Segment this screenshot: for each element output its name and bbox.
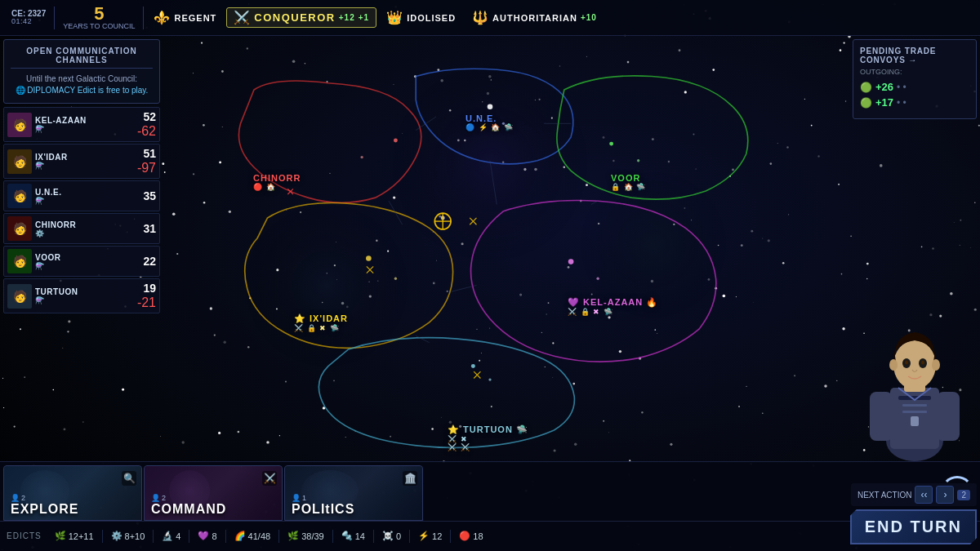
- lb-info-kel-azaan: KEL-AZAAN ⚗️: [35, 116, 133, 133]
- svg-line-6: [416, 335, 430, 342]
- svg-line-5: [449, 285, 476, 291]
- lb-row-voor[interactable]: 🧑 VOOR ⚗️ 22: [3, 246, 160, 277]
- approval-icon: 🌿: [287, 531, 299, 541]
- comm-title: OPEN COMMUNICATION CHANNELS: [11, 47, 153, 69]
- lb-name-4: VOOR: [35, 253, 133, 262]
- divider-2: [143, 7, 144, 29]
- svg-line-3: [389, 201, 403, 224]
- energy-val: 12: [432, 531, 442, 541]
- svg-point-18: [471, 364, 475, 368]
- div-s5: [278, 530, 279, 543]
- div-s7: [373, 530, 374, 543]
- auth-label: AUTHORITARIAN: [492, 13, 577, 23]
- tab-command[interactable]: 👤 2 COMMAND ⚔️: [144, 465, 283, 521]
- lb-name-0: KEL-AZAAN: [35, 116, 133, 125]
- regent-icon: ⚜️: [154, 10, 171, 25]
- trade-val-0: +26: [875, 81, 893, 93]
- conqueror-icon: ⚔️: [234, 10, 251, 25]
- svg-point-16: [568, 259, 574, 264]
- svg-rect-33: [870, 392, 893, 441]
- lb-row-chinorr[interactable]: 🧑 CHINORR ⚙️ 31: [3, 213, 160, 244]
- command-count-val: 2: [162, 494, 166, 502]
- avatar-kel-azaan: 🧑: [7, 113, 32, 137]
- stat-food: 🌿 12+11: [50, 529, 99, 543]
- svg-point-42: [905, 361, 908, 365]
- trade-panel: PENDING TRADE CONVOYS → OUTGOING: 🟢 +26 …: [853, 39, 977, 119]
- stat-dust: 🔴 18: [454, 529, 488, 543]
- explore-count-val: 2: [21, 494, 25, 502]
- explore-icon-badge: 🔍: [122, 471, 136, 486]
- comm-panel: OPEN COMMUNICATION CHANNELS Until the ne…: [3, 39, 160, 104]
- avatar-ixidar: 🧑: [7, 149, 32, 174]
- stat-industry: ⚙️ 8+10: [106, 529, 150, 543]
- trade-icon-1: 🟢: [860, 97, 872, 109]
- div-s3: [189, 530, 189, 543]
- prod-val: 14: [355, 531, 365, 541]
- conqueror-badge: +12: [339, 13, 355, 22]
- faction-regent[interactable]: ⚜️ REGENT: [147, 8, 223, 27]
- lb-neg-0: -62: [137, 124, 156, 139]
- game-date-section: CE: 2327 01:42: [7, 9, 51, 26]
- svg-point-10: [502, 122, 505, 125]
- action-tabs: 👤 2 EXPLORE 🔍 👤 2 COMMAND: [0, 462, 980, 521]
- lb-score-1: 51: [136, 147, 156, 160]
- turns-section: 5 YEARS TO COUNCIL: [58, 5, 140, 30]
- svg-point-43: [921, 361, 924, 365]
- svg-line-2: [490, 161, 497, 205]
- tab-explore[interactable]: 👤 2 EXPLORE 🔍: [3, 465, 142, 521]
- prev-action-btn[interactable]: ‹‹: [915, 486, 933, 504]
- edicts-label: EDICTS: [7, 531, 42, 540]
- lb-neg-1: -97: [137, 161, 156, 176]
- command-icon: ⚔️: [264, 473, 276, 484]
- politics-content: 👤 1 POLItICS: [285, 466, 422, 520]
- lb-icon-0: ⚗️: [35, 125, 44, 133]
- lb-right-5: 19 -21: [136, 282, 156, 310]
- comm-text: Until the next Galactic Council: 🌐 DIPLO…: [11, 73, 153, 96]
- politics-icon-badge: 🏛️: [403, 471, 417, 486]
- turns-number: 5: [94, 5, 104, 23]
- lb-name-5: TURTUON: [35, 287, 133, 296]
- next-action-btn[interactable]: ›: [936, 486, 954, 504]
- lb-row-ixidar[interactable]: 🧑 IX'IDAR ⚗️ 51 -97: [3, 144, 160, 179]
- war-icon: ☠️: [382, 531, 394, 541]
- industry-val: 8+10: [125, 531, 145, 541]
- svg-rect-36: [902, 404, 927, 407]
- end-turn-button[interactable]: END TURN: [850, 509, 977, 544]
- svg-line-4: [591, 201, 598, 204]
- auth-badge: +10: [581, 13, 597, 22]
- lb-row-turtuon[interactable]: 🧑 TURTUON ⚗️ 19 -21: [3, 278, 160, 313]
- regent-label: REGENT: [174, 13, 216, 23]
- faction-conqueror[interactable]: ⚔️ CONQUEROR +12 +1: [226, 7, 376, 28]
- lb-row-une[interactable]: 🧑 U.N.E. ⚗️ 35: [3, 180, 160, 211]
- comm-body: Until the next Galactic Council:: [26, 74, 137, 83]
- svg-rect-37: [902, 411, 927, 413]
- lb-score-2: 35: [136, 189, 156, 202]
- right-panel: PENDING TRADE CONVOYS → OUTGOING: 🟢 +26 …: [849, 36, 980, 122]
- stat-approval: 🌿 38/39: [283, 529, 329, 543]
- svg-point-12: [637, 159, 639, 162]
- svg-point-45: [932, 359, 940, 371]
- trade-dots-0: • •: [897, 82, 906, 93]
- politics-icon: 🏛️: [404, 473, 416, 484]
- lb-info-ixidar: IX'IDAR ⚗️: [35, 153, 133, 170]
- avatar-turtuon: 🧑: [7, 284, 32, 309]
- div-s8: [409, 530, 410, 543]
- next-action-label: NEXT ACTION: [858, 491, 912, 500]
- trade-row-0: 🟢 +26 • •: [860, 81, 969, 93]
- industry-icon: ⚙️: [111, 531, 122, 541]
- tab-politics[interactable]: 👤 1 POLItICS 🏛️: [284, 465, 423, 521]
- next-action-bar: NEXT ACTION ‹‹ › 2: [851, 483, 977, 506]
- svg-point-14: [394, 278, 397, 280]
- command-count: 👤 2: [151, 494, 275, 502]
- politics-count: 👤 1: [292, 494, 416, 502]
- trade-dots-1: • •: [897, 97, 906, 109]
- div-s4: [225, 530, 226, 543]
- faction-authoritarian[interactable]: 🔱 AUTHORITARIAN +10: [466, 8, 604, 27]
- div-s2: [153, 530, 154, 543]
- svg-point-13: [366, 256, 372, 261]
- end-turn-area: NEXT ACTION ‹‹ › 2 END TURN: [850, 483, 977, 544]
- faction-idolised[interactable]: 👑 IDOLISED: [380, 8, 462, 27]
- command-count-icon: 👤: [151, 494, 160, 502]
- trade-row-1: 🟢 +17 • •: [860, 96, 969, 109]
- lb-row-kel-azaan[interactable]: 🧑 KEL-AZAAN ⚗️ 52 -62: [3, 107, 160, 142]
